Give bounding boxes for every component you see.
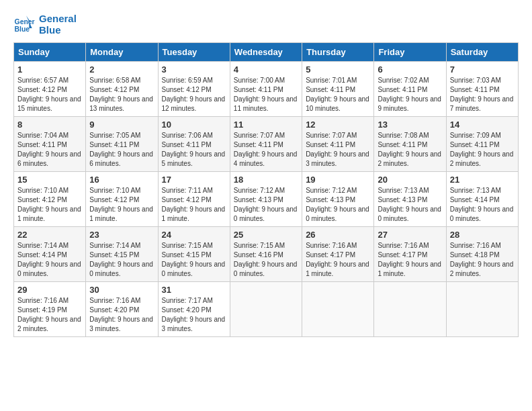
day-number: 11	[234, 120, 298, 130]
calendar-cell: 16Sunrise: 7:10 AMSunset: 4:12 PMDayligh…	[86, 172, 158, 227]
day-number: 9	[89, 120, 154, 130]
calendar-cell: 21Sunrise: 7:13 AMSunset: 4:14 PMDayligh…	[446, 172, 518, 227]
day-info: Sunrise: 6:57 AMSunset: 4:12 PMDaylight:…	[17, 76, 82, 113]
day-info: Sunrise: 7:16 AMSunset: 4:18 PMDaylight:…	[450, 241, 515, 279]
calendar-cell	[374, 282, 446, 337]
calendar-table: SundayMondayTuesdayWednesdayThursdayFrid…	[13, 42, 519, 337]
day-info: Sunrise: 7:15 AMSunset: 4:15 PMDaylight:…	[162, 241, 226, 279]
day-info: Sunrise: 6:59 AMSunset: 4:12 PMDaylight:…	[162, 76, 226, 113]
day-number: 24	[162, 230, 226, 240]
day-number: 20	[378, 175, 442, 185]
calendar-cell: 15Sunrise: 7:10 AMSunset: 4:12 PMDayligh…	[14, 172, 86, 227]
calendar-cell: 28Sunrise: 7:16 AMSunset: 4:18 PMDayligh…	[446, 227, 518, 282]
calendar-cell: 9Sunrise: 7:05 AMSunset: 4:11 PMDaylight…	[86, 117, 158, 172]
calendar-cell	[302, 282, 374, 337]
day-info: Sunrise: 7:13 AMSunset: 4:14 PMDaylight:…	[450, 186, 515, 224]
logo: General Blue General Blue	[13, 13, 77, 36]
calendar-cell: 20Sunrise: 7:13 AMSunset: 4:13 PMDayligh…	[374, 172, 446, 227]
day-number: 23	[89, 230, 154, 240]
day-info: Sunrise: 7:17 AMSunset: 4:20 PMDaylight:…	[162, 296, 226, 334]
day-number: 8	[17, 120, 82, 130]
calendar-cell: 22Sunrise: 7:14 AMSunset: 4:14 PMDayligh…	[14, 227, 86, 282]
day-number: 12	[306, 120, 370, 130]
day-number: 29	[17, 285, 82, 295]
day-number: 14	[450, 120, 515, 130]
day-number: 22	[17, 230, 82, 240]
weekday-header-thursday: Thursday	[302, 43, 374, 62]
calendar-cell: 11Sunrise: 7:07 AMSunset: 4:11 PMDayligh…	[230, 117, 302, 172]
day-number: 30	[89, 285, 154, 295]
logo-general: General	[39, 13, 77, 25]
weekday-header-friday: Friday	[374, 43, 446, 62]
day-info: Sunrise: 7:16 AMSunset: 4:17 PMDaylight:…	[378, 241, 442, 279]
day-info: Sunrise: 7:05 AMSunset: 4:11 PMDaylight:…	[89, 131, 154, 169]
day-info: Sunrise: 7:12 AMSunset: 4:13 PMDaylight:…	[306, 186, 370, 224]
calendar-cell: 27Sunrise: 7:16 AMSunset: 4:17 PMDayligh…	[374, 227, 446, 282]
day-info: Sunrise: 6:58 AMSunset: 4:12 PMDaylight:…	[89, 76, 154, 113]
svg-text:Blue: Blue	[15, 26, 30, 33]
svg-text:General: General	[15, 18, 35, 26]
day-info: Sunrise: 7:16 AMSunset: 4:17 PMDaylight:…	[306, 241, 370, 279]
day-number: 19	[306, 175, 370, 185]
day-number: 3	[162, 64, 226, 75]
day-info: Sunrise: 7:07 AMSunset: 4:11 PMDaylight:…	[306, 131, 370, 169]
calendar-cell: 1Sunrise: 6:57 AMSunset: 4:12 PMDaylight…	[14, 62, 86, 117]
day-info: Sunrise: 7:11 AMSunset: 4:12 PMDaylight:…	[162, 186, 226, 224]
calendar-cell: 19Sunrise: 7:12 AMSunset: 4:13 PMDayligh…	[302, 172, 374, 227]
calendar-cell: 17Sunrise: 7:11 AMSunset: 4:12 PMDayligh…	[158, 172, 230, 227]
calendar-cell: 31Sunrise: 7:17 AMSunset: 4:20 PMDayligh…	[158, 282, 230, 337]
day-number: 31	[162, 285, 226, 295]
day-number: 26	[306, 230, 370, 240]
day-info: Sunrise: 7:13 AMSunset: 4:13 PMDaylight:…	[378, 186, 442, 224]
day-number: 10	[162, 120, 226, 130]
calendar-cell: 30Sunrise: 7:16 AMSunset: 4:20 PMDayligh…	[86, 282, 158, 337]
day-info: Sunrise: 7:02 AMSunset: 4:11 PMDaylight:…	[378, 76, 442, 113]
calendar-cell: 12Sunrise: 7:07 AMSunset: 4:11 PMDayligh…	[302, 117, 374, 172]
day-number: 16	[89, 175, 154, 185]
calendar-cell: 6Sunrise: 7:02 AMSunset: 4:11 PMDaylight…	[374, 62, 446, 117]
calendar-cell: 13Sunrise: 7:08 AMSunset: 4:11 PMDayligh…	[374, 117, 446, 172]
calendar-cell: 26Sunrise: 7:16 AMSunset: 4:17 PMDayligh…	[302, 227, 374, 282]
day-number: 5	[306, 64, 370, 75]
calendar-cell: 25Sunrise: 7:15 AMSunset: 4:16 PMDayligh…	[230, 227, 302, 282]
day-info: Sunrise: 7:00 AMSunset: 4:11 PMDaylight:…	[234, 76, 298, 113]
calendar-cell: 10Sunrise: 7:06 AMSunset: 4:11 PMDayligh…	[158, 117, 230, 172]
calendar-cell: 4Sunrise: 7:00 AMSunset: 4:11 PMDaylight…	[230, 62, 302, 117]
calendar-cell: 18Sunrise: 7:12 AMSunset: 4:13 PMDayligh…	[230, 172, 302, 227]
day-number: 21	[450, 175, 515, 185]
day-info: Sunrise: 7:12 AMSunset: 4:13 PMDaylight:…	[234, 186, 298, 224]
day-number: 6	[378, 64, 442, 75]
calendar-cell: 8Sunrise: 7:04 AMSunset: 4:11 PMDaylight…	[14, 117, 86, 172]
day-number: 27	[378, 230, 442, 240]
day-number: 13	[378, 120, 442, 130]
weekday-header-wednesday: Wednesday	[230, 43, 302, 62]
day-info: Sunrise: 7:04 AMSunset: 4:11 PMDaylight:…	[17, 131, 82, 169]
calendar-cell: 14Sunrise: 7:09 AMSunset: 4:11 PMDayligh…	[446, 117, 518, 172]
day-number: 28	[450, 230, 515, 240]
calendar-cell: 29Sunrise: 7:16 AMSunset: 4:19 PMDayligh…	[14, 282, 86, 337]
weekday-header-tuesday: Tuesday	[158, 43, 230, 62]
logo-blue: Blue	[39, 25, 77, 36]
weekday-header-monday: Monday	[86, 43, 158, 62]
day-info: Sunrise: 7:09 AMSunset: 4:11 PMDaylight:…	[450, 131, 515, 169]
day-info: Sunrise: 7:16 AMSunset: 4:19 PMDaylight:…	[17, 296, 82, 334]
day-info: Sunrise: 7:07 AMSunset: 4:11 PMDaylight:…	[234, 131, 298, 169]
day-info: Sunrise: 7:16 AMSunset: 4:20 PMDaylight:…	[89, 296, 154, 334]
day-info: Sunrise: 7:15 AMSunset: 4:16 PMDaylight:…	[234, 241, 298, 279]
day-number: 25	[234, 230, 298, 240]
calendar-cell: 2Sunrise: 6:58 AMSunset: 4:12 PMDaylight…	[86, 62, 158, 117]
calendar-cell: 24Sunrise: 7:15 AMSunset: 4:15 PMDayligh…	[158, 227, 230, 282]
day-info: Sunrise: 7:14 AMSunset: 4:14 PMDaylight:…	[17, 241, 82, 279]
calendar-cell: 5Sunrise: 7:01 AMSunset: 4:11 PMDaylight…	[302, 62, 374, 117]
day-number: 17	[162, 175, 226, 185]
weekday-header-saturday: Saturday	[446, 43, 518, 62]
day-info: Sunrise: 7:03 AMSunset: 4:11 PMDaylight:…	[450, 76, 515, 113]
day-info: Sunrise: 7:08 AMSunset: 4:11 PMDaylight:…	[378, 131, 442, 169]
day-number: 18	[234, 175, 298, 185]
calendar-cell	[230, 282, 302, 337]
day-info: Sunrise: 7:14 AMSunset: 4:15 PMDaylight:…	[89, 241, 154, 279]
weekday-header-sunday: Sunday	[14, 43, 86, 62]
day-info: Sunrise: 7:06 AMSunset: 4:11 PMDaylight:…	[162, 131, 226, 169]
day-info: Sunrise: 7:10 AMSunset: 4:12 PMDaylight:…	[89, 186, 154, 224]
day-number: 7	[450, 64, 515, 75]
